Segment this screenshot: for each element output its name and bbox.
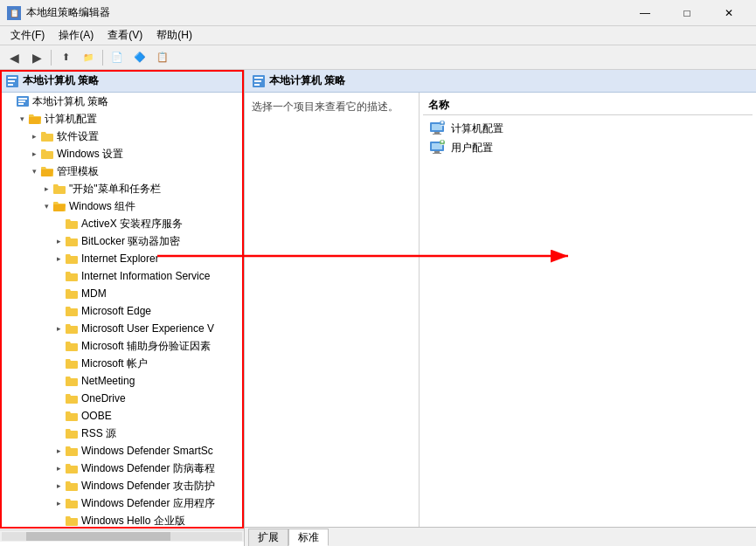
tree-item[interactable]: ▸ Windows 设置	[0, 145, 244, 162]
toolbar-new[interactable]: 📄	[107, 48, 128, 67]
folder-icon	[65, 321, 79, 335]
tree-item[interactable]: OOBE	[0, 407, 244, 425]
folder-icon	[65, 287, 79, 301]
tree-item[interactable]: ▸ "开始"菜单和任务栏	[0, 180, 244, 197]
folder-icon	[16, 94, 30, 108]
right-list-header: 名称	[423, 96, 753, 115]
svg-rect-11	[254, 77, 263, 79]
tree-item[interactable]: OneDrive	[0, 390, 244, 407]
right-description: 选择一个项目来查看它的描述。	[245, 93, 420, 527]
tree-item-label: Internet Information Service	[81, 270, 210, 282]
expand-arrow-icon: ▾	[40, 200, 52, 212]
tree-item[interactable]: ▸ Windows Defender SmartSc	[0, 442, 244, 460]
folder-icon	[65, 356, 79, 370]
tree-item[interactable]: ActiveX 安装程序服务	[0, 215, 244, 232]
tree-item[interactable]: Microsoft 帐户	[0, 355, 244, 372]
svg-rect-6	[18, 100, 25, 102]
tree-item-label: Microsoft 辅助身份验证因素	[81, 339, 211, 354]
tree-item[interactable]: ▸ BitLocker 驱动器加密	[0, 232, 244, 250]
tree-item-label: 管理模板	[57, 164, 99, 179]
toolbar-up[interactable]: ⬆	[55, 48, 76, 67]
close-button[interactable]: ✕	[709, 0, 749, 26]
expand-arrow-icon: ▾	[16, 113, 28, 125]
tree-panel: 本地计算机 策略 本地计算机 策略▾ 计算机配置▸ 软件设置▸ Windows …	[0, 70, 245, 546]
title-bar: 📋 本地组策略编辑器 — □ ✕	[0, 0, 756, 26]
expand-arrow-icon: ▸	[52, 445, 65, 457]
tree-item-label: OOBE	[81, 410, 112, 422]
expand-arrow-icon	[52, 305, 65, 317]
expand-arrow-icon: ▾	[28, 165, 40, 177]
tree-item-label: Microsoft 帐户	[81, 356, 148, 371]
tab-standard[interactable]: 标准	[288, 529, 329, 546]
tree-item-label: Windows Defender 攻击防护	[81, 479, 215, 494]
tree-item-label: Microsoft Edge	[81, 305, 151, 317]
toolbar-properties[interactable]: 🔷	[129, 48, 150, 67]
window-controls: — □ ✕	[625, 0, 749, 26]
folder-icon	[40, 164, 54, 178]
expand-arrow-icon: ▸	[52, 497, 65, 509]
tree-item[interactable]: ▸ Internet Explorer	[0, 250, 244, 267]
expand-arrow-icon	[52, 410, 65, 422]
menu-view[interactable]: 查看(V)	[101, 26, 149, 45]
tree-item[interactable]: Windows Hello 企业版	[0, 512, 244, 529]
folder-icon	[65, 339, 79, 353]
tree-item-label: 计算机配置	[45, 112, 97, 127]
tree-item[interactable]: ▸ Microsoft User Experience V	[0, 320, 244, 337]
expand-arrow-icon	[52, 427, 65, 439]
toolbar-help[interactable]: 📋	[152, 48, 173, 67]
toolbar-sep-2	[102, 50, 103, 66]
tree-item[interactable]: 本地计算机 策略	[0, 93, 244, 110]
svg-rect-2	[8, 80, 15, 82]
toolbar-show-hide[interactable]: 📁	[78, 48, 99, 67]
tree-item-label: 本地计算机 策略	[32, 94, 108, 109]
horizontal-scrollbar[interactable]	[0, 529, 244, 542]
tree-item[interactable]: Internet Information Service	[0, 267, 244, 285]
tree-item[interactable]: MDM	[0, 285, 244, 302]
menu-file[interactable]: 文件(F)	[3, 26, 52, 45]
folder-icon	[52, 199, 66, 213]
tree-item[interactable]: Microsoft Edge	[0, 302, 244, 320]
folder-icon	[52, 182, 66, 196]
expand-arrow-icon: ▸	[52, 480, 65, 492]
list-item-user[interactable]: 用户配置	[423, 138, 753, 157]
tree-item[interactable]: ▸ 软件设置	[0, 128, 244, 145]
tree-item[interactable]: ▸ Windows Defender 应用程序	[0, 494, 244, 512]
menu-help[interactable]: 帮助(H)	[149, 26, 199, 45]
tree-item-label: ActiveX 安装程序服务	[81, 217, 183, 232]
tree-item[interactable]: ▾ 管理模板	[0, 162, 244, 180]
toolbar-back[interactable]: ◀	[3, 48, 24, 67]
tree-item[interactable]: RSS 源	[0, 425, 244, 442]
folder-icon	[65, 391, 79, 405]
menu-action[interactable]: 操作(A)	[52, 26, 101, 45]
toolbar-forward[interactable]: ▶	[26, 48, 47, 67]
expand-arrow-icon: ▸	[40, 183, 52, 195]
minimize-button[interactable]: —	[625, 0, 665, 26]
svg-rect-23	[433, 153, 441, 154]
expand-arrow-icon: ▸	[52, 252, 65, 265]
tab-expand[interactable]: 扩展	[248, 529, 288, 546]
svg-rect-12	[254, 80, 261, 82]
svg-rect-17	[433, 134, 441, 135]
folder-icon	[28, 112, 42, 126]
tree-item[interactable]: NetMeeting	[0, 372, 244, 390]
folder-icon	[40, 147, 54, 161]
tree-item[interactable]: ▾ Windows 组件	[0, 197, 244, 215]
tree-item[interactable]: ▸ Windows Defender 攻击防护	[0, 477, 244, 494]
tree-item-label: 软件设置	[57, 129, 99, 144]
computer-config-label: 计算机配置	[451, 121, 503, 136]
folder-icon	[65, 496, 79, 510]
folder-icon	[65, 514, 79, 528]
expand-arrow-icon: ▸	[28, 148, 40, 160]
tree-item-label: MDM	[81, 287, 107, 300]
folder-icon	[65, 479, 79, 493]
tree-item[interactable]: ▸ Windows Defender 防病毒程	[0, 460, 244, 477]
tree-header: 本地计算机 策略	[0, 70, 244, 93]
tree-item[interactable]: Microsoft 辅助身份验证因素	[0, 337, 244, 355]
tree-item-label: Windows Defender 应用程序	[81, 496, 215, 511]
title-text: 本地组策略编辑器	[26, 5, 625, 20]
svg-rect-22	[434, 151, 440, 153]
user-config-label: 用户配置	[451, 141, 493, 156]
list-item-computer[interactable]: 计算机配置	[423, 119, 753, 138]
tree-item[interactable]: ▾ 计算机配置	[0, 110, 244, 128]
maximize-button[interactable]: □	[667, 0, 707, 26]
